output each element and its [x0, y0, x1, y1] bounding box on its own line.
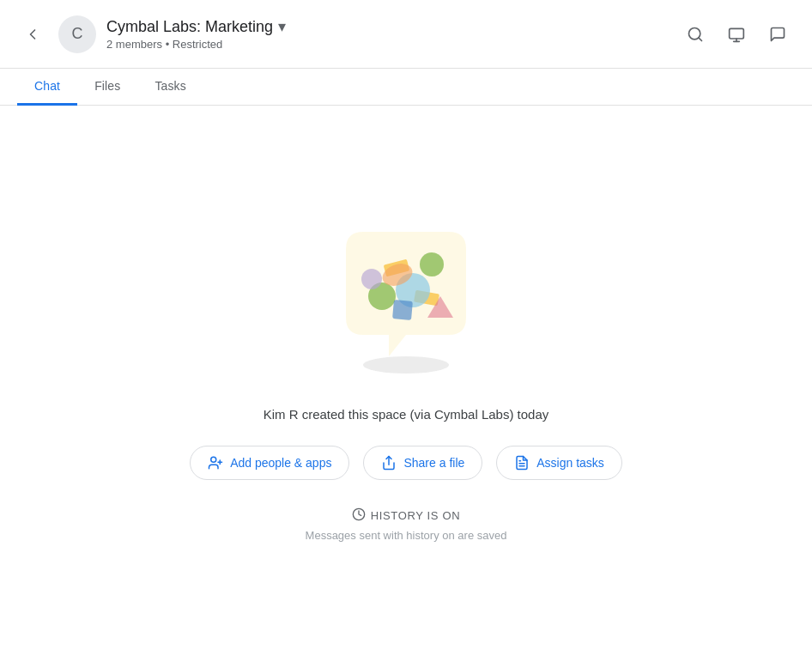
svg-point-14 [361, 269, 382, 289]
svg-line-1 [699, 37, 702, 40]
chevron-down-icon: ▾ [278, 17, 286, 36]
add-people-label: Add people & apps [230, 456, 331, 470]
message-button[interactable] [760, 17, 795, 52]
assign-tasks-icon [514, 455, 530, 471]
history-label-row: HISTORY IS ON [352, 507, 461, 524]
tab-chat[interactable]: Chat [17, 69, 77, 106]
add-person-icon [208, 455, 223, 471]
space-subtitle: 2 members • Restricted [106, 38, 678, 51]
header: C Cymbal Labs: Marketing ▾ 2 members • R… [0, 0, 812, 69]
add-people-button[interactable]: Add people & apps [190, 446, 349, 480]
header-info: Cymbal Labs: Marketing ▾ 2 members • Res… [106, 17, 678, 51]
chat-illustration [320, 215, 492, 386]
history-status-text: HISTORY IS ON [371, 509, 461, 522]
svg-point-9 [420, 252, 444, 276]
share-file-button[interactable]: Share a file [363, 446, 482, 480]
space-title: Cymbal Labs: Marketing [106, 18, 273, 36]
assign-tasks-button[interactable]: Assign tasks [496, 446, 622, 480]
assign-tasks-label: Assign tasks [536, 456, 604, 470]
back-button[interactable] [17, 19, 48, 50]
svg-rect-2 [730, 28, 744, 39]
share-file-label: Share a file [403, 456, 464, 470]
screen-share-button[interactable] [719, 17, 754, 52]
search-button[interactable] [678, 17, 712, 52]
header-actions [678, 17, 795, 52]
tab-files[interactable]: Files [77, 69, 137, 106]
share-file-icon [381, 455, 397, 471]
tab-tasks[interactable]: Tasks [137, 69, 203, 106]
header-title-row[interactable]: Cymbal Labs: Marketing ▾ [106, 17, 678, 36]
history-sublabel-text: Messages sent with history on are saved [306, 529, 507, 542]
history-section: HISTORY IS ON Messages sent with history… [306, 507, 507, 542]
svg-point-5 [363, 356, 449, 374]
tabs-bar: Chat Files Tasks [0, 69, 812, 106]
history-clock-icon [352, 507, 366, 524]
main-content: Kim R created this space (via Cymbal Lab… [0, 106, 812, 650]
action-buttons-row: Add people & apps Share a file [190, 446, 622, 480]
created-text: Kim R created this space (via Cymbal Lab… [264, 407, 549, 422]
svg-rect-11 [392, 300, 413, 320]
svg-point-15 [211, 457, 216, 462]
avatar: C [58, 15, 96, 53]
